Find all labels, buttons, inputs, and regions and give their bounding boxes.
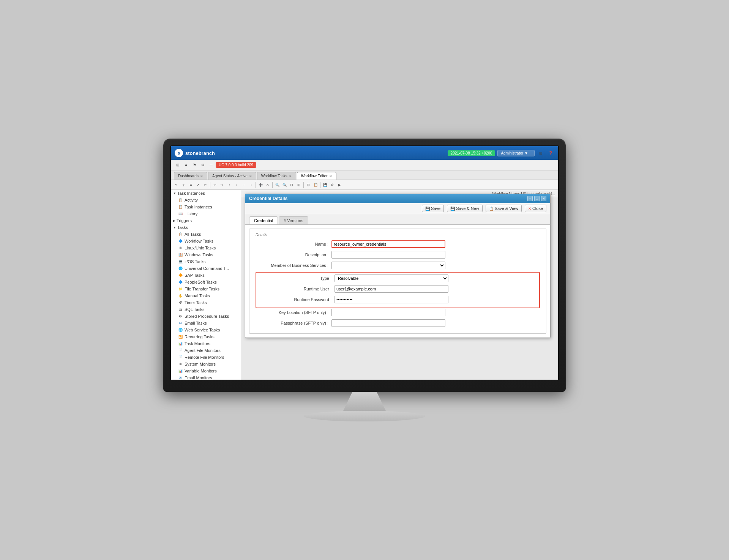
dlg-tab-credential[interactable]: Credential [249,216,278,224]
system-monitors-icon: 🖥 [178,361,183,367]
sidebar-item-manual[interactable]: ✋ Manual Tasks [171,292,241,299]
linux-icon: 🖥 [178,245,183,251]
sidebar-item-file-transfer[interactable]: 📁 File Transfer Tasks [171,286,241,292]
wf-btn-redo[interactable]: ↪ [219,181,226,188]
recurring-icon: 🔁 [178,334,183,339]
sidebar-windows-label: Windows Tasks [185,252,213,257]
wf-btn-undo[interactable]: ↩ [211,181,218,188]
wf-btn-settings[interactable]: ⚙ [329,181,336,188]
dialog-toolbar: 💾 Save 💾 Save & New 📋 Save & View [245,203,550,214]
form-row-type: Type : Resolvable [259,274,537,282]
nav-icon-circle[interactable]: ● [182,161,190,169]
description-input[interactable] [331,251,445,259]
sidebar-section-tasks[interactable]: ▼ Tasks [171,224,241,231]
sidebar-zos-label: z/OS Tasks [185,259,205,264]
tab-workflow-editor-close[interactable]: ✕ [329,174,332,178]
save-button[interactable]: 💾 Save [422,205,444,212]
top-icon-1[interactable]: ⊞ [537,149,544,157]
tab-agent-status-label: Agent Status - Active [212,174,248,178]
tab-dashboards-close[interactable]: ✕ [200,174,203,178]
sidebar-section-triggers[interactable]: ▶ Triggers [171,217,241,224]
member-of-select[interactable] [331,262,445,269]
close-button[interactable]: ✕ Close [525,205,546,212]
wf-btn-cursor[interactable]: ↖ [173,181,180,188]
sidebar-item-timer[interactable]: ⏱ Timer Tasks [171,299,241,306]
dialog-close-btn[interactable]: ✕ [541,196,546,201]
tab-workflow-tasks[interactable]: Workflow Tasks ✕ [257,172,296,180]
nav-icon-dash[interactable]: ─ [207,161,215,169]
sidebar-item-agent-file[interactable]: 📄 Agent File Monitors [171,347,241,354]
dialog-maximize-btn[interactable]: □ [534,196,540,201]
sidebar-item-sap[interactable]: 🔶 SAP Tasks [171,272,241,279]
name-input[interactable] [331,240,445,248]
sidebar-item-all-tasks[interactable]: 📋 All Tasks [171,231,241,238]
type-select[interactable]: Resolvable [335,274,448,282]
sidebar-item-stored-procedure[interactable]: ⚙ Stored Procedure Tasks [171,313,241,320]
wf-btn-run[interactable]: ▶ [336,181,343,188]
wf-btn-copy[interactable]: 📋 [312,181,319,188]
sidebar-item-workflow-tasks[interactable]: 🔷 Workflow Tasks [171,238,241,245]
wf-btn-zoom-fit[interactable]: ⊡ [288,181,295,188]
sidebar-item-linux-unix[interactable]: 🖥 Linux/Unix Tasks [171,245,241,251]
dialog-title: Credential Details [249,196,287,201]
all-tasks-icon: 📋 [178,232,183,237]
passphrase-input[interactable] [331,319,445,327]
wf-btn-right[interactable]: → [248,181,254,188]
dialog-controls: ─ □ ✕ [527,196,546,201]
dialog-minimize-btn[interactable]: ─ [527,196,533,201]
nav-icon-flag[interactable]: ⚑ [191,161,198,169]
sidebar-section-task-instances[interactable]: ▼ Task Instances [171,190,241,197]
wf-btn-zoom-full[interactable]: ⊞ [295,181,302,188]
wf-btn-delete[interactable]: ✕ [264,181,271,188]
wf-btn-grid[interactable]: ⊞ [305,181,312,188]
sidebar-item-sql[interactable]: 🗃 SQL Tasks [171,306,241,313]
sidebar-item-zos[interactable]: 💻 z/OS Tasks [171,258,241,265]
nav-icon-gear[interactable]: ⚙ [199,161,207,169]
sidebar-item-task-instances[interactable]: 📋 Task Instances [171,203,241,210]
save-new-button[interactable]: 💾 Save & New [447,205,483,212]
runtime-user-input[interactable] [335,285,448,293]
sidebar-item-web-service[interactable]: 🌐 Web Service Tasks [171,327,241,333]
sidebar-item-recurring[interactable]: 🔁 Recurring Tasks [171,333,241,340]
email-icon: ✉ [178,320,183,326]
sidebar-item-variable-monitors[interactable]: 📊 Variable Monitors [171,368,241,374]
user-dropdown[interactable]: Administrator ▼ [497,150,535,156]
tab-workflow-tasks-close[interactable]: ✕ [289,174,292,178]
save-view-button[interactable]: 📋 Save & View [486,205,522,212]
tab-workflow-editor[interactable]: Workflow Editor ✕ [297,172,336,180]
tab-dashboards[interactable]: Dashboards ✕ [174,172,207,180]
sidebar-item-email[interactable]: ✉ Email Tasks [171,320,241,327]
wf-btn-left[interactable]: ← [240,181,247,188]
close-label: Close [532,206,543,211]
sidebar-item-system-monitors[interactable]: 🖥 System Monitors [171,361,241,368]
wf-btn-zoom-in[interactable]: 🔍 [274,181,281,188]
nav-icon-grid[interactable]: ⊞ [174,161,181,169]
sidebar-item-activity[interactable]: 📋 Activity [171,197,241,203]
wf-btn-save[interactable]: 💾 [322,181,328,188]
sidebar-item-history[interactable]: 📖 History [171,210,241,217]
wf-btn-connect[interactable]: ↗ [195,181,202,188]
wf-btn-cut[interactable]: ✂ [202,181,209,188]
form-row-member-of: Member of Business Services : [256,261,540,270]
member-of-label: Member of Business Services : [256,263,331,268]
top-icon-2[interactable]: ❓ [547,149,554,157]
wf-btn-add2[interactable]: ➕ [257,181,264,188]
key-location-input[interactable] [331,309,445,316]
dlg-tab-versions[interactable]: # Versions [279,216,308,224]
sidebar-item-peoplesoft[interactable]: 🔷 PeopleSoft Tasks [171,279,241,286]
wf-btn-select[interactable]: ⊹ [180,181,187,188]
sidebar-item-email-monitors[interactable]: ✉ Email Monitors [171,374,241,380]
wf-btn-add[interactable]: ⚙ [188,181,194,188]
tab-agent-status-close[interactable]: ✕ [249,174,252,178]
tab-agent-status[interactable]: Agent Status - Active ✕ [208,172,256,180]
sidebar-item-task-monitors[interactable]: 📊 Task Monitors [171,340,241,347]
sidebar-item-universal[interactable]: 🌐 Universal Command T... [171,265,241,272]
runtime-password-input[interactable] [335,296,448,303]
sidebar-item-remote-file[interactable]: 📄 Remote File Monitors [171,354,241,361]
wf-btn-zoom-out[interactable]: 🔍 [281,181,288,188]
wf-btn-up[interactable]: ↑ [226,181,233,188]
wf-btn-down[interactable]: ↓ [233,181,240,188]
sidebar-item-windows[interactable]: 🪟 Windows Tasks [171,251,241,258]
stored-proc-icon: ⚙ [178,314,183,319]
sidebar-tasks-label: Tasks [177,225,188,230]
